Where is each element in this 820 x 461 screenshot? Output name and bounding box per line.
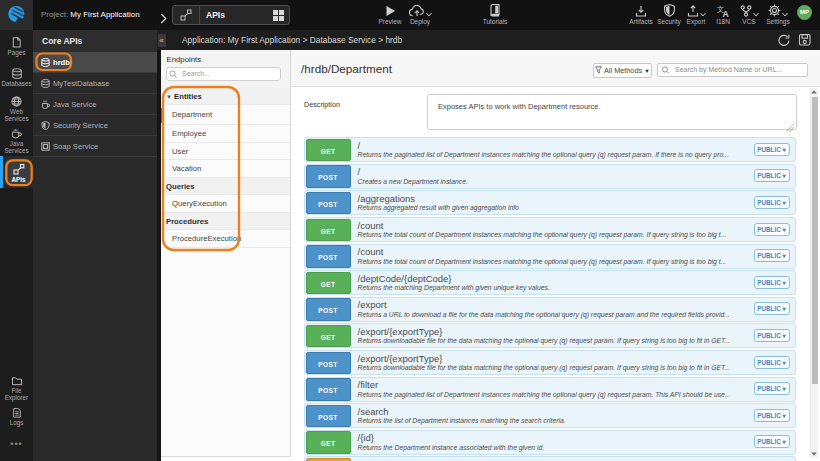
svg-text:A: A	[722, 9, 728, 18]
